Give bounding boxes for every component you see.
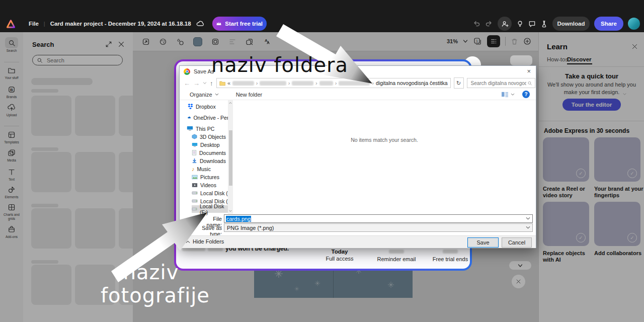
start-free-trial-button[interactable]: Start free trial bbox=[212, 17, 267, 31]
dialog-nav-row: ← → ↑ « › › › › › digitalna novogodisnja… bbox=[180, 77, 536, 89]
download-arrow-icon bbox=[192, 158, 197, 164]
guillemet: « bbox=[227, 80, 230, 86]
redo-icon[interactable] bbox=[485, 20, 493, 28]
file-menu[interactable]: File bbox=[29, 21, 39, 27]
save-type-dropdown[interactable]: PNG Image (*.png) bbox=[224, 223, 533, 232]
search-icon bbox=[527, 80, 532, 86]
divider: | bbox=[44, 21, 45, 27]
chevron-down-icon bbox=[511, 93, 515, 96]
empty-folder-message: No items match your search. bbox=[233, 137, 536, 143]
places-scrollbar[interactable] bbox=[228, 100, 233, 214]
add-person-icon bbox=[501, 20, 509, 28]
hide-folders-button[interactable]: Hide Folders bbox=[186, 238, 224, 245]
dialog-title: Save As bbox=[194, 68, 214, 74]
crumb-separator: › bbox=[335, 80, 337, 86]
dialog-toolbar: Organize New folder ? bbox=[180, 89, 536, 100]
download-button[interactable]: Download bbox=[552, 17, 590, 31]
drive-icon bbox=[192, 199, 198, 203]
address-bar[interactable]: « › › › › › digitalna novogodisnja česti… bbox=[216, 78, 451, 88]
crumb-separator: › bbox=[256, 80, 258, 86]
file-name-value-selected: cards.png bbox=[226, 216, 251, 222]
address-chevron-icon[interactable] bbox=[622, 92, 627, 96]
dialog-close-icon[interactable]: × bbox=[527, 67, 531, 75]
drive-icon bbox=[192, 191, 198, 195]
save-as-dialog: Save As × ← → ↑ « › › › › › digitalna no… bbox=[179, 65, 536, 248]
crumb-separator: › bbox=[372, 80, 374, 86]
computer-icon bbox=[187, 126, 193, 131]
views-button[interactable] bbox=[501, 91, 515, 98]
breadcrumb-current-folder[interactable]: digitalna novogodisnja čestitka bbox=[376, 80, 447, 86]
crumb-separator: › bbox=[315, 80, 317, 86]
chevron-down-icon[interactable] bbox=[526, 217, 530, 220]
place-local-disk-f-selected[interactable]: Local Disk (F:) bbox=[192, 205, 231, 213]
cancel-button[interactable]: Cancel bbox=[502, 237, 532, 248]
lightbulb-icon[interactable] bbox=[516, 20, 524, 28]
avatar[interactable] bbox=[628, 18, 640, 30]
places-sidebar: Dropbox OneDrive - Persor This PC 3D Obj… bbox=[180, 100, 228, 214]
views-icon bbox=[501, 91, 509, 98]
project-title[interactable]: Card maker project - December 19, 2024 a… bbox=[50, 21, 191, 27]
back-icon[interactable]: ← bbox=[184, 79, 190, 87]
share-button[interactable]: Share bbox=[594, 17, 623, 31]
redacted-crumb bbox=[232, 81, 254, 86]
dialog-search-box[interactable] bbox=[467, 78, 535, 88]
scroll-up-icon[interactable] bbox=[229, 102, 232, 104]
app-topbar: File | Card maker project - December 19,… bbox=[0, 0, 644, 32]
redacted-crumb bbox=[339, 81, 370, 86]
add-people-button[interactable] bbox=[498, 17, 512, 31]
dialog-search-input[interactable] bbox=[470, 80, 527, 87]
refresh-button[interactable]: ↻ bbox=[454, 77, 464, 89]
crown-icon bbox=[216, 21, 222, 27]
crumb-separator: › bbox=[288, 80, 290, 86]
scrollbar-thumb[interactable] bbox=[229, 130, 232, 186]
save-button[interactable]: Save bbox=[467, 237, 499, 248]
dialog-titlebar[interactable]: Save As × bbox=[180, 66, 536, 77]
cube-icon bbox=[192, 134, 197, 139]
music-note-icon: ♪ bbox=[192, 166, 195, 172]
chevron-up-icon bbox=[186, 240, 190, 244]
redacted-crumb bbox=[260, 81, 286, 86]
file-list-area[interactable]: No items match your search. bbox=[233, 100, 536, 214]
onedrive-icon bbox=[188, 115, 191, 120]
dropbox-icon bbox=[188, 104, 193, 109]
up-icon[interactable]: ↑ bbox=[210, 79, 213, 87]
nav-history-chevron[interactable] bbox=[203, 81, 207, 85]
beta-flask-icon[interactable] bbox=[540, 20, 548, 28]
picture-icon bbox=[192, 175, 198, 180]
redacted-crumb bbox=[292, 81, 313, 86]
organize-menu[interactable]: Organize bbox=[190, 92, 219, 98]
chrome-icon bbox=[184, 68, 190, 75]
help-icon[interactable]: ? bbox=[522, 91, 530, 98]
scroll-down-icon[interactable] bbox=[229, 210, 232, 212]
drive-icon bbox=[192, 207, 197, 211]
document-icon bbox=[192, 150, 197, 155]
adobe-express-logo[interactable] bbox=[6, 19, 16, 29]
comment-icon[interactable] bbox=[528, 20, 536, 28]
cloud-sync-icon bbox=[196, 20, 204, 28]
undo-icon[interactable] bbox=[472, 20, 480, 28]
new-folder-button[interactable]: New folder bbox=[236, 92, 263, 98]
forward-icon[interactable]: → bbox=[193, 79, 200, 87]
folder-icon bbox=[219, 80, 226, 86]
chevron-down-icon bbox=[526, 226, 530, 229]
video-icon bbox=[192, 183, 198, 188]
chevron-down-icon bbox=[215, 93, 219, 96]
refresh-icon: ↻ bbox=[456, 80, 461, 87]
file-name-input[interactable]: cards.png bbox=[224, 214, 533, 223]
monitor-icon bbox=[192, 142, 198, 147]
dialog-footer: Hide Folders Save Cancel bbox=[180, 235, 536, 248]
redacted-crumb bbox=[319, 81, 333, 86]
